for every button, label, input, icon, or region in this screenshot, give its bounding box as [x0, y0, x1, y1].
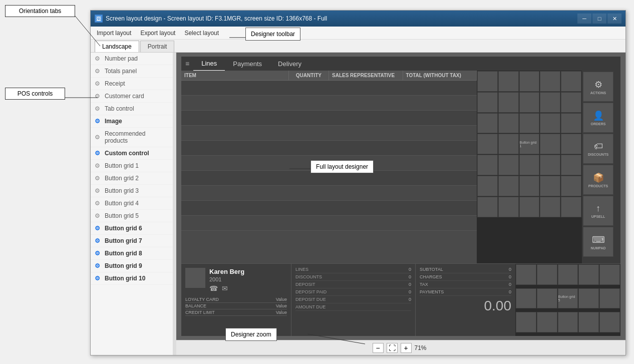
pos-tab-delivery[interactable]: Delivery — [270, 57, 309, 71]
right-action-panel: ⚙ ACTIONS 👤 ORDERS 🏷 DISCOUNTS — [582, 71, 614, 263]
actions-button[interactable]: ⚙ ACTIONS — [583, 72, 613, 102]
btn-cell[interactable] — [498, 113, 519, 134]
btn-cell[interactable] — [561, 155, 581, 175]
btn-cell-labeled[interactable]: Button grid 5 — [558, 288, 578, 309]
btn-cell[interactable] — [599, 312, 620, 332]
panel-item-btngrid9[interactable]: ⚙ Button grid 9 — [91, 260, 173, 272]
portrait-tab[interactable]: Portrait — [140, 41, 175, 52]
btn-cell[interactable] — [498, 134, 519, 154]
select-layout-menu[interactable]: Select layout — [180, 28, 223, 38]
minimize-button[interactable]: ─ — [577, 14, 591, 24]
btn-cell[interactable] — [498, 155, 519, 175]
btn-cell-labeled[interactable]: Button grid 1 — [519, 134, 540, 154]
btn-cell[interactable] — [477, 92, 498, 113]
panel-item-btngrid6[interactable]: ⚙ Button grid 6 — [91, 222, 173, 235]
btn-cell[interactable] — [519, 176, 540, 196]
btn-cell[interactable] — [561, 71, 581, 92]
numpad-button[interactable]: ⌨ NUMPAD — [583, 227, 613, 257]
btn-cell[interactable] — [498, 92, 519, 113]
panel-item-btngrid1[interactable]: ⚙ Button grid 1 — [91, 160, 173, 172]
panel-item-btngrid5[interactable]: ⚙ Button grid 5 — [91, 210, 173, 222]
btn-cell[interactable] — [498, 71, 519, 92]
btn-cell[interactable] — [540, 197, 560, 217]
btn-cell[interactable] — [578, 312, 599, 332]
btn-cell[interactable] — [561, 92, 581, 113]
products-button[interactable]: 📦 PRODUCTS — [583, 165, 613, 195]
panel-item-totals[interactable]: ⚙ Totals panel — [91, 65, 173, 78]
btn-cell[interactable] — [477, 71, 498, 92]
pos-tab-lines[interactable]: Lines — [193, 57, 225, 71]
btn-cell[interactable] — [516, 288, 536, 309]
table-row — [181, 126, 477, 141]
btn-cell[interactable] — [477, 155, 498, 175]
btn-cell[interactable] — [477, 197, 498, 217]
grand-total: 0.00 — [420, 298, 511, 314]
panel-item-btngrid2[interactable]: ⚙ Button grid 2 — [91, 172, 173, 185]
zoom-plus-button[interactable]: + — [401, 343, 412, 353]
btn-cell[interactable] — [519, 92, 540, 113]
products-label: PRODUCTS — [588, 184, 608, 188]
btn-cell[interactable] — [477, 176, 498, 196]
zoom-minus-button[interactable]: − — [373, 343, 384, 353]
btn-cell[interactable] — [537, 264, 557, 285]
btn-cell[interactable] — [599, 288, 620, 309]
btn-cell[interactable] — [477, 134, 498, 154]
gear-icon: ⚙ — [95, 237, 102, 244]
btn-cell[interactable] — [537, 288, 557, 309]
btn-cell[interactable] — [498, 176, 519, 196]
panel-item-image[interactable]: ⚙ Image — [91, 115, 173, 128]
btn-cell[interactable] — [540, 71, 560, 92]
panel-item-btngrid4[interactable]: ⚙ Button grid 4 — [91, 197, 173, 210]
btn-cell[interactable] — [519, 155, 540, 175]
upsell-button[interactable]: ↑ UPSELL — [583, 196, 613, 226]
panel-item-tabcontrol[interactable]: ⚙ Tab control — [91, 103, 173, 115]
btn-cell[interactable] — [578, 288, 599, 309]
gear-icon: ⚙ — [95, 162, 102, 169]
btn-cell[interactable] — [540, 113, 560, 134]
panel-item-btngrid10[interactable]: ⚙ Button grid 10 — [91, 272, 173, 285]
zoom-fit-button[interactable]: ⛶ — [387, 343, 398, 353]
panel-item-customcontrol[interactable]: ⚙ Custom control — [91, 147, 173, 160]
btn-cell[interactable] — [561, 134, 581, 154]
customer-icons: ☎ ✉ — [209, 284, 244, 292]
gear-icon: ⚙ — [95, 55, 102, 62]
orientation-tabs-callout: Orientation tabs — [5, 5, 75, 17]
panel-item-customercard[interactable]: ⚙ Customer card — [91, 90, 173, 103]
btn-cell[interactable] — [540, 155, 560, 175]
btn-cell[interactable] — [561, 197, 581, 217]
btn-cell[interactable] — [540, 92, 560, 113]
btn-cell[interactable] — [558, 312, 578, 332]
orders-button[interactable]: 👤 ORDERS — [583, 103, 613, 133]
btn-cell[interactable] — [599, 264, 620, 285]
title-controls[interactable]: ─ □ ✕ — [577, 14, 621, 24]
panel-item-btngrid8[interactable]: ⚙ Button grid 8 — [91, 247, 173, 260]
btn-cell[interactable] — [540, 134, 560, 154]
pos-tab-payments[interactable]: Payments — [225, 57, 270, 71]
panel-item-btngrid7[interactable]: ⚙ Button grid 7 — [91, 235, 173, 247]
btn-cell[interactable] — [519, 113, 540, 134]
btn-cell[interactable] — [477, 113, 498, 134]
btn-cell[interactable] — [540, 176, 560, 196]
order-line-amountdue: AMOUNT DUE — [295, 303, 411, 311]
btn-cell[interactable] — [519, 71, 540, 92]
btn-cell[interactable] — [516, 312, 536, 332]
hamburger-icon: ≡ — [185, 60, 189, 68]
totals-panel: SUBTOTAL 0 CHARGES 0 TAX 0 — [415, 264, 515, 336]
panel-item-btngrid3[interactable]: ⚙ Button grid 3 — [91, 185, 173, 197]
btn-cell[interactable] — [561, 113, 581, 134]
btn-cell[interactable] — [498, 197, 519, 217]
btn-cell[interactable] — [516, 264, 536, 285]
export-layout-menu[interactable]: Export layout — [136, 28, 179, 38]
btn-cell[interactable] — [519, 197, 540, 217]
close-button[interactable]: ✕ — [607, 14, 621, 24]
panel-item-recommended[interactable]: ⚙ Recommended products — [91, 128, 173, 147]
full-layout-designer-callout: Full layout designer — [310, 160, 374, 173]
btn-cell[interactable] — [537, 312, 557, 332]
order-line-lines: LINES 0 — [295, 266, 411, 273]
maximize-button[interactable]: □ — [592, 14, 606, 24]
discounts-button[interactable]: 🏷 DISCOUNTS — [583, 134, 613, 164]
panel-item-receipt[interactable]: ⚙ Receipt — [91, 78, 173, 90]
btn-cell[interactable] — [561, 176, 581, 196]
btn-cell[interactable] — [578, 264, 599, 285]
btn-cell[interactable] — [558, 264, 578, 285]
